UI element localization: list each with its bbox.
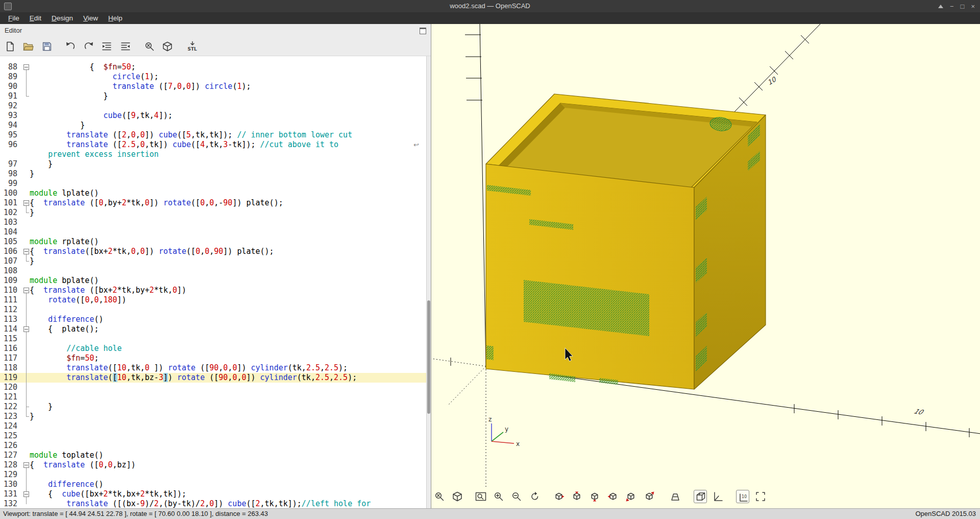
view-back-icon[interactable] <box>643 490 656 503</box>
show-axes-icon[interactable] <box>711 490 724 503</box>
zoom-out-icon[interactable] <box>510 490 523 503</box>
code-line-92[interactable]: 92 <box>0 101 426 111</box>
render-icon[interactable] <box>451 490 464 503</box>
code-line-95[interactable]: 95 translate ([2,0,0]) cube([5,tk,tk]); … <box>0 130 426 140</box>
view-left-icon[interactable] <box>606 490 620 503</box>
preview-icon[interactable] <box>143 40 156 53</box>
view-bottom-icon[interactable] <box>588 490 601 503</box>
code-line-127[interactable]: 127module toplate() <box>0 451 426 460</box>
view-top-icon[interactable] <box>570 490 583 503</box>
code-line-113[interactable]: 113 difference() <box>0 315 426 324</box>
code-line-119[interactable]: 119 translate([10,tk,bz-3]) rotate ([90,… <box>0 373 426 383</box>
redo-icon[interactable] <box>82 40 95 53</box>
line-number: 91 <box>0 91 22 101</box>
menu-edit[interactable]: Edit <box>24 12 46 24</box>
line-number: 89 <box>0 72 22 82</box>
show-crosshairs-icon[interactable] <box>754 490 767 503</box>
3d-viewport[interactable]: 10 10 <box>431 24 980 508</box>
code-line-100[interactable]: 100module lplate() <box>0 188 426 198</box>
code-line-104[interactable]: 104 <box>0 227 426 237</box>
code-line-124[interactable]: 124 <box>0 421 426 431</box>
code-line-111[interactable]: 111 rotate([0,0,180]) <box>0 295 426 305</box>
reset-view-icon[interactable] <box>528 490 542 503</box>
view-right-icon[interactable] <box>552 490 566 503</box>
menu-view[interactable]: View <box>78 12 103 24</box>
code-line-132[interactable]: 132 translate ([(bx-9)/2,(by-tk)/2,0]) c… <box>0 499 426 508</box>
code-line-108[interactable]: 108 <box>0 266 426 276</box>
render-icon[interactable] <box>161 40 174 53</box>
shade-window-icon[interactable] <box>938 5 943 8</box>
code-line-114[interactable]: 114 { plate(); <box>0 324 426 334</box>
code-line-109[interactable]: 109module bplate() <box>0 276 426 286</box>
line-number: 122 <box>0 402 22 412</box>
line-number: 95 <box>0 130 22 140</box>
save-icon[interactable] <box>40 40 54 53</box>
code-line-91[interactable]: 91 } <box>0 91 426 101</box>
code-line-105[interactable]: 105module rplate() <box>0 237 426 247</box>
code-line-125[interactable]: 125 <box>0 431 426 441</box>
code-line-116[interactable]: 116 //cable hole <box>0 344 426 353</box>
unindent-icon[interactable] <box>119 40 132 53</box>
code-line-107[interactable]: 107} <box>0 256 426 266</box>
code-line-121[interactable]: 121 <box>0 392 426 402</box>
code-line-96[interactable]: 96 translate ([2.5,0,tk]) cube([4,tk,3-t… <box>0 140 426 150</box>
code-line-89[interactable]: 89 circle(1); <box>0 72 426 82</box>
line-number: 102 <box>0 208 22 218</box>
menu-file[interactable]: File <box>3 12 24 24</box>
view-front-icon[interactable] <box>624 490 638 503</box>
line-number: 101 <box>0 198 22 208</box>
window-title: wood2.scad — OpenSCAD <box>0 0 980 12</box>
new-file-icon[interactable] <box>4 40 17 53</box>
code-line-97[interactable]: 97 } <box>0 159 426 169</box>
maximize-icon[interactable]: □ <box>961 3 965 10</box>
code-line-131[interactable]: 131 { cube([bx+2*tk,bx+2*tk,tk]); <box>0 489 426 499</box>
code-line-101[interactable]: 101{ translate ([0,by+2*tk,0]) rotate([0… <box>0 198 426 208</box>
perspective-icon[interactable] <box>669 490 682 503</box>
code-line-117[interactable]: 117 $fn=50; <box>0 353 426 363</box>
code-line-126[interactable]: 126 <box>0 441 426 451</box>
code-line-93[interactable]: 93 cube([9,tk,4]); <box>0 111 426 121</box>
menu-help[interactable]: Help <box>103 12 128 24</box>
open-file-icon[interactable] <box>21 40 35 53</box>
code-line-99[interactable]: 99 <box>0 179 426 188</box>
code-line-wrap[interactable]: prevent excess insertion <box>0 150 426 159</box>
code-line-130[interactable]: 130 difference() <box>0 480 426 489</box>
code-line-118[interactable]: 118 translate([10,tk,0 ]) rotate ([90,0,… <box>0 363 426 373</box>
code-line-88[interactable]: 88 { $fn=50; <box>0 62 426 72</box>
undo-icon[interactable] <box>64 40 77 53</box>
code-line-129[interactable]: 129 <box>0 470 426 480</box>
editor-scrollbar[interactable] <box>426 56 431 508</box>
code-line-115[interactable]: 115 <box>0 334 426 344</box>
code-line-103[interactable]: 103 <box>0 218 426 227</box>
code-editor[interactable]: 88 { $fn=50;89 circle(1);90 translate ([… <box>0 56 431 508</box>
orthogonal-icon[interactable] <box>694 490 707 503</box>
line-number: 131 <box>0 489 22 499</box>
openscad-window: wood2.scad — OpenSCAD − □ × FileEditDesi… <box>0 0 980 519</box>
line-number: 130 <box>0 480 22 489</box>
line-number: 110 <box>0 286 22 295</box>
code-line-102[interactable]: 102} <box>0 208 426 218</box>
zoom-in-icon[interactable] <box>492 490 505 503</box>
code-line-128[interactable]: 128{ translate ([0,0,bz]) <box>0 460 426 470</box>
editor-detach-icon[interactable] <box>420 28 426 34</box>
indent-icon[interactable] <box>100 40 113 53</box>
editor-scrollbar-thumb[interactable] <box>427 300 430 414</box>
menu-design[interactable]: Design <box>46 12 78 24</box>
code-line-106[interactable]: 106{ translate([bx+2*tk,0,0]) rotate([0,… <box>0 247 426 256</box>
show-scale-markers-icon[interactable]: 10 <box>736 490 749 503</box>
view-all-icon[interactable] <box>474 490 487 503</box>
preview-icon[interactable] <box>433 490 446 503</box>
code-line-98[interactable]: 98} <box>0 169 426 179</box>
minimize-icon[interactable]: − <box>950 3 954 10</box>
export-stl-icon[interactable]: STL <box>186 40 199 53</box>
code-line-110[interactable]: 110{ translate ([bx+2*tk,by+2*tk,0]) <box>0 286 426 295</box>
code-line-94[interactable]: 94 } <box>0 121 426 130</box>
line-number: 96 <box>0 140 22 150</box>
close-icon[interactable]: × <box>971 3 975 10</box>
code-line-112[interactable]: 112 <box>0 305 426 315</box>
code-line-120[interactable]: 120 <box>0 383 426 392</box>
line-number: 105 <box>0 237 22 247</box>
code-line-123[interactable]: 123} <box>0 412 426 421</box>
code-line-122[interactable]: 122 } <box>0 402 426 412</box>
code-line-90[interactable]: 90 translate ([7,0,0]) circle(1); <box>0 82 426 91</box>
